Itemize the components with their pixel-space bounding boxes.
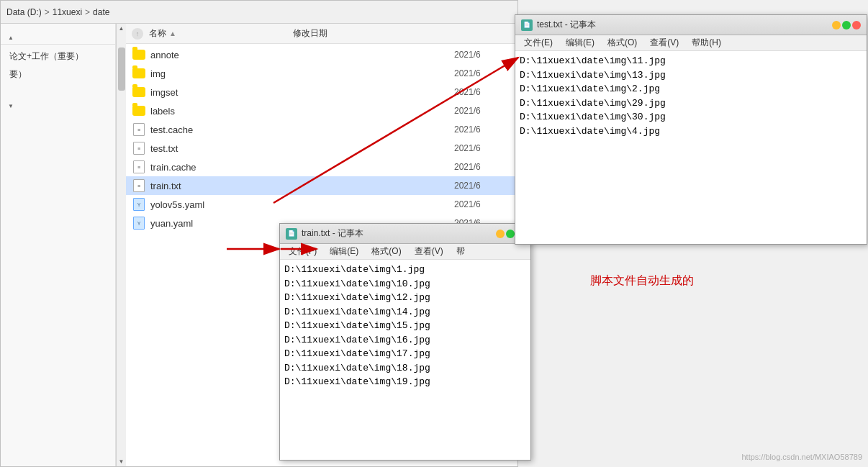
file-icon: ≡: [132, 141, 146, 155]
file-item[interactable]: annote 2021/6: [126, 45, 517, 64]
file-date: 2021/6: [454, 87, 512, 97]
file-name: imgset: [150, 87, 454, 98]
content-line: D:\11xuexi\date\img\10.jpg: [284, 277, 526, 291]
notepad-train-content[interactable]: D:\11xuexi\date\img\1.jpgD:\11xuexi\date…: [280, 260, 530, 460]
content-line: D:\11xuexi\date\img\14.jpg: [284, 305, 526, 319]
file-item[interactable]: labels 2021/6: [126, 101, 517, 120]
menu-item[interactable]: 查看(V): [644, 35, 684, 50]
col-name-header[interactable]: 名称 ▲: [149, 27, 293, 40]
menu-item[interactable]: 帮助(H): [686, 35, 727, 50]
notepad-test-title: test.txt - 记事本: [537, 19, 828, 31]
file-icon: [132, 47, 146, 62]
notepad-test-menubar: 文件(E)编辑(E)格式(O)查看(V)帮助(H): [515, 35, 867, 51]
file-item[interactable]: ≡ train.cache 2021/6: [126, 158, 517, 176]
col-date-header[interactable]: 修改日期: [293, 27, 365, 40]
file-item[interactable]: ≡ test.txt 2021/6: [126, 139, 517, 158]
breadcrumb-folder2[interactable]: date: [93, 7, 109, 17]
notepad-test-titlebar: 📄 test.txt - 记事本: [515, 15, 867, 35]
maximize-button-test[interactable]: [842, 21, 851, 30]
sidebar-scrollbar[interactable]: ▲ ▼: [116, 24, 126, 466]
menu-item[interactable]: 查看(V): [409, 244, 449, 259]
file-name: train.txt: [150, 181, 454, 191]
file-date: 2021/6: [454, 124, 512, 135]
breadcrumb-drive[interactable]: Data (D:): [6, 7, 42, 17]
content-line: D:\11xuexi\date\img\1.jpg: [284, 263, 526, 277]
file-icon: ≡: [132, 122, 146, 137]
file-date: 2021/6: [454, 162, 512, 172]
menu-item[interactable]: 编辑(E): [560, 35, 600, 50]
menu-item[interactable]: 帮: [451, 244, 471, 259]
scroll-down-arrow[interactable]: ▼: [6, 101, 15, 111]
sort-arrow: ▲: [169, 30, 176, 37]
file-name: test.cache: [150, 124, 454, 135]
list-sort-toggle[interactable]: ↑: [132, 28, 143, 40]
scroll-thumb[interactable]: [118, 47, 125, 91]
scroll-up[interactable]: ▲: [117, 24, 126, 33]
content-line: D:\11xuexi\date\img\12.jpg: [284, 291, 526, 305]
file-name: annote: [150, 50, 454, 60]
file-name: test.txt: [150, 143, 454, 154]
breadcrumb-sep1: >: [45, 7, 50, 17]
file-name: labels: [150, 106, 454, 117]
content-line: D:\11xuexi\date\img\2.jpg: [520, 82, 862, 96]
sidebar-item-1[interactable]: 论文+工作（重要）: [1, 47, 115, 65]
menu-item[interactable]: 文件(F): [283, 244, 322, 259]
file-date: 2021/6: [454, 106, 512, 116]
file-name: yolov5s.yaml: [150, 199, 454, 210]
content-line: D:\11xuexi\date\img\15.jpg: [284, 319, 526, 333]
notepad-test-window: 📄 test.txt - 记事本 文件(E)编辑(E)格式(O)查看(V)帮助(…: [515, 14, 867, 245]
content-line: D:\11xuexi\date\img\18.jpg: [284, 361, 526, 376]
file-item[interactable]: ≡ test.cache 2021/6: [126, 120, 517, 139]
script-annotation: 脚本文件自动生成的: [590, 273, 694, 289]
content-line: D:\11xuexi\date\img\19.jpg: [284, 375, 526, 389]
notepad-test-content[interactable]: D:\11xuexi\date\img\11.jpgD:\11xuexi\dat…: [515, 51, 867, 244]
breadcrumb: Data (D:) > 11xuexi > date: [6, 7, 109, 17]
file-date: 2021/6: [454, 68, 512, 78]
content-line: D:\11xuexi\date\img\30.jpg: [520, 110, 862, 124]
scroll-up-arrow[interactable]: ▲: [6, 33, 15, 42]
file-date: 2021/6: [454, 199, 512, 209]
sidebar: ▲ 论文+工作（重要） 要） ▼: [1, 24, 116, 466]
content-line: D:\11xuexi\date\img\17.jpg: [284, 347, 526, 361]
file-icon: Y: [132, 197, 146, 212]
file-name: train.cache: [150, 162, 454, 173]
maximize-button[interactable]: [506, 230, 515, 238]
file-icon: [132, 85, 146, 99]
content-line: D:\11xuexi\date\img\11.jpg: [520, 54, 862, 68]
file-date: 2021/6: [454, 143, 512, 153]
file-icon: ≡: [132, 160, 146, 174]
minimize-button-test[interactable]: [832, 21, 841, 30]
menu-item[interactable]: 编辑(E): [324, 244, 364, 259]
content-line: D:\11xuexi\date\img\13.jpg: [520, 68, 862, 83]
notepad-test-controls: [832, 21, 861, 30]
notepad-test-app-icon: 📄: [521, 19, 533, 31]
file-item[interactable]: ≡ train.txt 2021/6: [126, 176, 517, 195]
file-item[interactable]: img 2021/6: [126, 64, 517, 83]
sidebar-item-2[interactable]: 要）: [1, 65, 115, 83]
notepad-train-app-icon: 📄: [286, 228, 297, 240]
menu-item[interactable]: 格式(O): [366, 244, 407, 259]
notepad-train-titlebar: 📄 train.txt - 记事本: [280, 224, 530, 244]
file-item[interactable]: imgset 2021/6: [126, 83, 517, 101]
file-icon: Y: [132, 216, 146, 230]
breadcrumb-sep2: >: [85, 7, 90, 17]
content-line: D:\11xuexi\date\img\16.jpg: [284, 333, 526, 348]
menu-item[interactable]: 文件(E): [518, 35, 559, 50]
explorer-header: Data (D:) > 11xuexi > date: [1, 1, 517, 24]
notepad-train-menubar: 文件(F)编辑(E)格式(O)查看(V)帮: [280, 244, 530, 260]
content-line: D:\11xuexi\date\img\29.jpg: [520, 96, 862, 111]
content-line: D:\11xuexi\date\img\4.jpg: [520, 124, 862, 139]
breadcrumb-folder1[interactable]: 11xuexi: [53, 7, 82, 17]
close-button-test[interactable]: [852, 21, 861, 30]
csdn-watermark: https://blog.csdn.net/MXIAO58789: [741, 453, 862, 461]
file-icon: [132, 104, 146, 118]
notepad-train-title: train.txt - 记事本: [302, 227, 492, 240]
file-icon: [132, 66, 146, 81]
menu-item[interactable]: 格式(O): [602, 35, 643, 50]
notepad-train-window: 📄 train.txt - 记事本 文件(F)编辑(E)格式(O)查看(V)帮 …: [279, 223, 531, 461]
minimize-button[interactable]: [496, 230, 505, 238]
file-name: img: [150, 68, 454, 79]
file-icon: ≡: [132, 178, 146, 193]
file-item[interactable]: Y yolov5s.yaml 2021/6: [126, 195, 517, 214]
scroll-down[interactable]: ▼: [117, 457, 126, 466]
